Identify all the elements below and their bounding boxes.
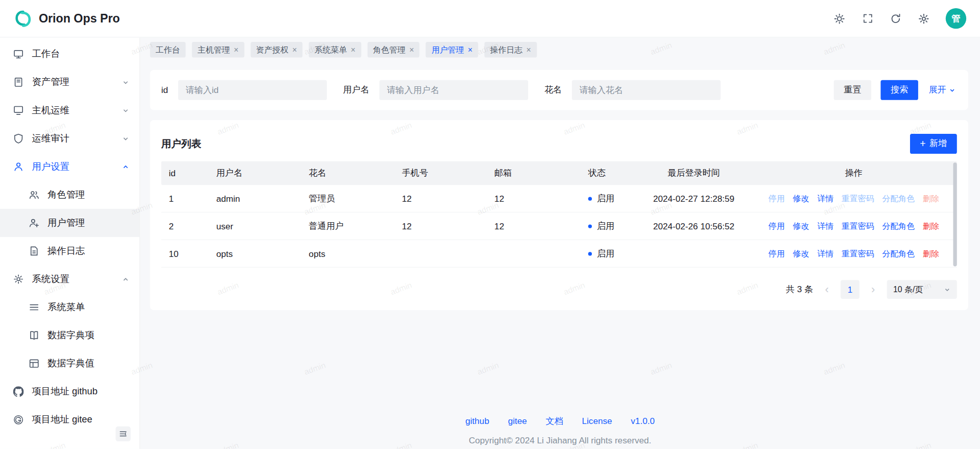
search-button[interactable]: 搜索 (880, 80, 918, 100)
action-delete[interactable]: 删除 (923, 193, 939, 204)
action-edit[interactable]: 修改 (793, 193, 809, 204)
chevron-down-icon (122, 135, 130, 143)
status-dot (588, 224, 592, 228)
sidebar-item-ops-audit[interactable]: 运维审计 (0, 125, 139, 153)
settings-gear-icon[interactable] (918, 12, 930, 25)
sidebar-item-label: 项目地址 gitee (32, 414, 92, 426)
next-page-icon[interactable]: › (867, 284, 879, 295)
username-input[interactable] (379, 80, 528, 100)
nickname-input[interactable] (572, 80, 721, 100)
sidebar-item-label: 运维审计 (32, 132, 69, 144)
sidebar-item-label: 工作台 (32, 48, 60, 60)
status-dot (588, 197, 592, 200)
tab-system-menu[interactable]: 系统菜单 × (309, 42, 361, 58)
action-delete[interactable]: 删除 (923, 220, 939, 231)
footer-link-gitee[interactable]: gitee (508, 416, 527, 427)
tab-label: 用户管理 (432, 44, 464, 55)
action-assign-role[interactable]: 分配角色 (882, 220, 915, 231)
action-edit[interactable]: 修改 (793, 248, 809, 259)
chevron-up-icon (122, 163, 130, 171)
sidebar-item-system-menu[interactable]: 系统菜单 (0, 293, 139, 321)
sidebar-item-operation-log[interactable]: 操作日志 (0, 237, 139, 265)
table-scrollbar[interactable] (953, 162, 957, 266)
table-row: 2 user 普通用户 12 12 启用 2024-02-26 10:56:52… (161, 212, 957, 240)
reset-button[interactable]: 重置 (834, 80, 871, 100)
close-icon[interactable]: × (234, 45, 238, 54)
action-disable[interactable]: 停用 (769, 193, 785, 204)
action-reset-password[interactable]: 重置密码 (842, 248, 874, 259)
action-delete[interactable]: 删除 (923, 248, 939, 259)
action-detail[interactable]: 详情 (817, 193, 833, 204)
table-header-row: id 用户名 花名 手机号 邮箱 状态 最后登录时间 操作 (161, 161, 957, 185)
expand-button[interactable]: 展开 (927, 80, 957, 100)
sidebar-item-host-ops[interactable]: 主机运维 (0, 96, 139, 124)
cell-email: 12 (487, 194, 579, 204)
action-assign-role[interactable]: 分配角色 (882, 193, 915, 204)
action-reset-password[interactable]: 重置密码 (842, 220, 874, 231)
close-icon[interactable]: × (351, 45, 355, 54)
cell-username: admin (209, 194, 301, 204)
sidebar-item-user-settings[interactable]: 用户设置 (0, 153, 139, 181)
footer-link-docs[interactable]: 文档 (546, 416, 563, 427)
sidebar-item-asset-management[interactable]: 资产管理 (0, 68, 139, 96)
tab-role-management[interactable]: 角色管理 × (367, 42, 419, 58)
page-size-select[interactable]: 10 条/页 (887, 280, 957, 299)
page-number-button[interactable]: 1 (841, 280, 859, 299)
action-disable[interactable]: 停用 (769, 220, 785, 231)
tab-asset-authorization[interactable]: 资产授权 × (250, 42, 302, 58)
fullscreen-icon[interactable] (862, 12, 874, 25)
col-header-phone: 手机号 (394, 168, 487, 179)
refresh-icon[interactable] (890, 12, 902, 25)
plus-icon: + (920, 139, 925, 149)
action-reset-password[interactable]: 重置密码 (842, 193, 874, 204)
sidebar-item-role-management[interactable]: 角色管理 (0, 181, 139, 209)
action-detail[interactable]: 详情 (817, 220, 833, 231)
copyright-text: Copyright© 2024 Li Jiahang All rights re… (140, 435, 980, 445)
app-root: Orion Ops Pro (0, 0, 980, 449)
main-area: 工作台 主机管理 × 资产授权 × 系统菜单 × 角色管理 × 用户管理 × (140, 37, 980, 448)
sidebar-item-data-dict-item[interactable]: 数据字典项 (0, 321, 139, 349)
cell-nickname: 普通用户 (301, 220, 394, 231)
action-disable[interactable]: 停用 (769, 248, 785, 259)
sidebar-item-system-settings[interactable]: 系统设置 (0, 265, 139, 293)
col-header-email: 邮箱 (487, 168, 579, 179)
id-input[interactable] (178, 80, 327, 100)
sidebar-item-workbench[interactable]: 工作台 (0, 40, 139, 68)
sidebar-item-user-management[interactable]: 用户管理 (0, 209, 139, 237)
footer-link-license[interactable]: License (582, 416, 612, 427)
add-user-button[interactable]: + 新增 (910, 134, 957, 154)
tab-workbench[interactable]: 工作台 (150, 42, 186, 58)
close-icon[interactable]: × (526, 45, 531, 54)
github-icon (13, 386, 24, 397)
tab-host-management[interactable]: 主机管理 × (192, 42, 244, 58)
sidebar-item-data-dict-value[interactable]: 数据字典值 (0, 349, 139, 377)
sidebar-collapse-button[interactable] (115, 427, 130, 441)
prev-page-icon[interactable]: ‹ (821, 284, 833, 295)
col-header-actions: 操作 (751, 168, 957, 179)
action-edit[interactable]: 修改 (793, 220, 809, 231)
theme-toggle-icon[interactable] (833, 12, 845, 25)
tab-user-management[interactable]: 用户管理 × (426, 42, 478, 58)
tab-label: 工作台 (156, 44, 180, 55)
close-icon[interactable]: × (468, 45, 472, 54)
sidebar-item-github[interactable]: 项目地址 github (0, 377, 139, 406)
filter-card: id 用户名 花名 重置 搜索 展开 (150, 70, 968, 110)
card-head: 用户列表 + 新增 (161, 131, 957, 156)
cell-id: 2 (161, 221, 209, 231)
close-icon[interactable]: × (292, 45, 297, 54)
tab-operation-log[interactable]: 操作日志 × (484, 42, 536, 58)
footer-link-version[interactable]: v1.0.0 (631, 416, 655, 427)
tab-label: 主机管理 (198, 44, 230, 55)
status-badge: 启用 (580, 220, 637, 231)
close-icon[interactable]: × (409, 45, 414, 54)
pagination: 共 3 条 ‹ 1 › 10 条/页 (161, 280, 957, 299)
action-assign-role[interactable]: 分配角色 (882, 248, 915, 259)
row-actions: 停用 修改 详情 重置密码 分配角色 删除 (751, 193, 957, 204)
tab-label: 操作日志 (490, 44, 522, 55)
footer-link-github[interactable]: github (465, 416, 489, 427)
user-avatar[interactable]: 管 (946, 8, 966, 29)
action-detail[interactable]: 详情 (817, 248, 833, 259)
cell-nickname: opts (301, 249, 394, 259)
log-icon (29, 246, 39, 256)
status-dot (588, 252, 592, 255)
